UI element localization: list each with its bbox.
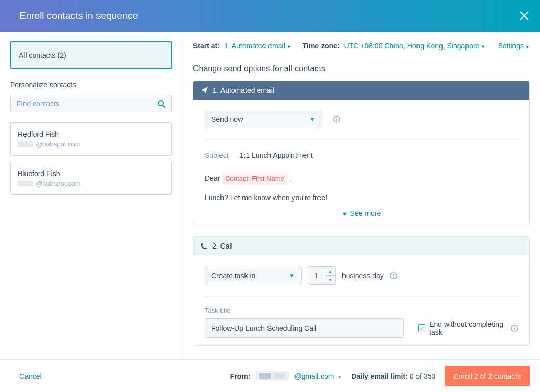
- content: Start at: 1. Automated email▼ Time zone:…: [183, 32, 540, 359]
- timezone-dropdown[interactable]: UTC +08:00 China, Hong Kong, Singapore▼: [344, 42, 486, 50]
- chevron-down-icon: ▼: [481, 44, 485, 50]
- stepper-up[interactable]: ▲: [325, 267, 335, 276]
- step-title: 1. Automated email: [213, 86, 274, 94]
- svg-point-9: [514, 327, 515, 328]
- email-suffix: @hubspot.com: [36, 140, 81, 148]
- contact-name: Blueford Fish: [18, 169, 164, 178]
- paper-plane-icon: [201, 87, 208, 94]
- all-contacts-tab[interactable]: All contacts (2): [10, 41, 172, 69]
- checkbox-icon: ✓: [418, 324, 425, 332]
- svg-rect-4: [336, 119, 337, 121]
- modal-title: Enroll contacts in sequence: [19, 10, 138, 21]
- phone-icon: [201, 243, 207, 250]
- days-stepper[interactable]: ▲ ▼: [308, 266, 336, 285]
- greeting-prefix: Dear: [205, 174, 222, 182]
- cancel-button[interactable]: Cancel: [19, 372, 42, 380]
- change-options-heading: Change send options for all contacts: [193, 64, 530, 74]
- personalize-label: Personalize contacts: [10, 81, 172, 89]
- email-suffix: @hubspot.com: [36, 180, 81, 187]
- step-title: 2. Call: [212, 242, 233, 250]
- search-icon[interactable]: [157, 100, 165, 108]
- redacted-box: [259, 373, 271, 379]
- chevron-down-icon: ▼: [337, 375, 342, 380]
- svg-rect-10: [514, 328, 514, 330]
- svg-point-6: [393, 274, 394, 275]
- chevron-down-icon: ▼: [309, 116, 315, 123]
- days-input[interactable]: [308, 267, 325, 284]
- search-input[interactable]: [17, 100, 157, 108]
- personalization-token[interactable]: Contact: First Name: [222, 173, 287, 185]
- redacted-box: [18, 141, 33, 147]
- subject-value: 1:1 Lunch Appointment: [240, 151, 313, 159]
- step-header[interactable]: 1. Automated email: [193, 81, 529, 100]
- svg-line-1: [163, 105, 165, 107]
- svg-rect-7: [393, 275, 394, 277]
- stepper-down[interactable]: ▼: [325, 276, 335, 284]
- from-label: From:: [230, 372, 251, 380]
- footer: Cancel From: @gmail.com ▼ Daily email li…: [0, 359, 540, 392]
- see-more-link[interactable]: ▼See more: [205, 209, 518, 217]
- step-automated-email: 1. Automated email Send now ▼ Subject 1:…: [193, 81, 530, 225]
- info-icon[interactable]: [390, 272, 397, 279]
- email-body-preview: Dear Contact: First Name , Lunch? Let me…: [205, 173, 518, 203]
- content-topbar: Start at: 1. Automated email▼ Time zone:…: [193, 42, 530, 50]
- timezone-label: Time zone:: [303, 42, 340, 50]
- contact-card[interactable]: Redford Fish @hubspot.com: [10, 122, 172, 156]
- from-domain-dropdown[interactable]: @gmail.com ▼: [294, 372, 342, 380]
- daily-limit: Daily email limit: 0 of 350: [351, 372, 435, 380]
- close-icon[interactable]: [520, 11, 529, 20]
- create-task-dropdown[interactable]: Create task in ▼: [205, 267, 302, 284]
- settings-link[interactable]: Settings▼: [498, 42, 530, 50]
- contact-email: @hubspot.com: [18, 140, 164, 148]
- redacted-box: [18, 181, 33, 186]
- svg-point-3: [336, 118, 337, 119]
- body-line: Lunch? Let me know when you're free!: [205, 192, 518, 203]
- chevron-down-icon: ▼: [525, 44, 530, 50]
- start-at-dropdown[interactable]: 1. Automated email▼: [224, 42, 291, 50]
- from-email-pill[interactable]: [255, 371, 289, 381]
- start-at-label: Start at:: [193, 42, 220, 50]
- step-header[interactable]: 2. Call: [193, 237, 529, 255]
- task-title-label: Task title: [205, 307, 518, 314]
- search-box[interactable]: [10, 95, 172, 112]
- business-day-label: business day: [342, 272, 384, 280]
- info-icon[interactable]: [511, 325, 518, 332]
- contact-card[interactable]: Blueford Fish @hubspot.com: [10, 162, 172, 195]
- sidebar: All contacts (2) Personalize contacts Re…: [0, 32, 183, 359]
- subject-label: Subject: [205, 151, 229, 159]
- checkbox-label: End without completing task: [429, 320, 507, 336]
- chevron-down-icon: ▼: [289, 272, 295, 279]
- end-without-checkbox[interactable]: ✓ End without completing task: [418, 320, 518, 336]
- greeting-suffix: ,: [289, 174, 291, 182]
- enroll-button[interactable]: Enroll 2 of 2 contacts: [445, 366, 530, 386]
- send-timing-dropdown[interactable]: Send now ▼: [205, 111, 322, 128]
- redacted-box: [274, 373, 285, 379]
- contact-email: @hubspot.com: [18, 180, 164, 187]
- contact-name: Redford Fish: [18, 130, 164, 138]
- chevron-down-icon: ▼: [287, 44, 291, 50]
- modal-header: Enroll contacts in sequence: [0, 0, 540, 32]
- task-title-input[interactable]: [205, 318, 404, 338]
- chevron-down-icon: ▼: [342, 211, 348, 217]
- step-call: 2. Call Create task in ▼ ▲ ▼ bus: [193, 236, 530, 346]
- info-icon[interactable]: [333, 116, 340, 123]
